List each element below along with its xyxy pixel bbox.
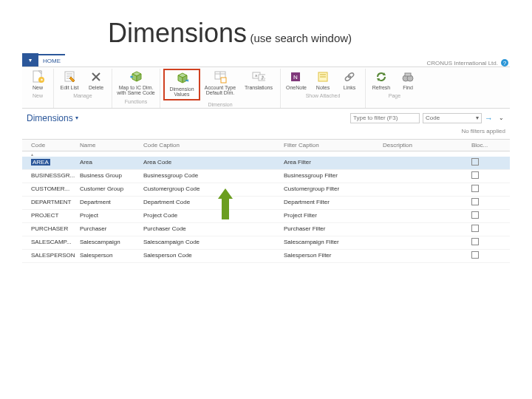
col-filter-caption[interactable]: Filter Caption — [284, 142, 383, 149]
cube-values-icon — [175, 72, 188, 85]
cell-code[interactable]: PURCHASER — [22, 225, 80, 232]
cell-name: Area — [80, 159, 143, 166]
svg-text:✶: ✶ — [40, 78, 44, 82]
find-button[interactable]: Find — [395, 69, 420, 92]
delete-button[interactable]: Delete — [83, 69, 109, 92]
cell-blocked[interactable] — [471, 251, 497, 260]
group-functions: Map to IC Dim. with Same Code Functions — [112, 69, 160, 108]
table-body: AREAAreaArea CodeArea FilterBUSINESSGR..… — [22, 157, 510, 263]
ribbon-tabs: ▾ HOME CRONUS International Ltd. ? — [22, 53, 510, 66]
cell-blocked[interactable] — [471, 211, 497, 220]
new-button[interactable]: ✶ New — [25, 69, 50, 92]
cell-name: Department — [80, 199, 143, 205]
col-code[interactable]: Code — [22, 142, 80, 149]
cell-code[interactable]: BUSINESSGR... — [22, 172, 80, 179]
cell-blocked[interactable] — [471, 185, 497, 194]
account-type-default-dim-button[interactable]: Account Type Default Dim. — [202, 69, 239, 100]
tab-home[interactable]: HOME — [38, 54, 65, 66]
cell-code-caption: Salescampaign Code — [143, 239, 284, 245]
cell-filter-caption: Salesperson Filter — [284, 252, 383, 259]
svg-marker-14 — [130, 75, 132, 78]
dimension-values-button[interactable]: Dimension Values — [163, 69, 200, 100]
checkbox-icon[interactable] — [471, 225, 479, 232]
cell-blocked[interactable] — [471, 225, 497, 233]
slide-title: Dimensions (use search window) — [0, 0, 532, 53]
table-row[interactable]: BUSINESSGR...Business GroupBusinessgroup… — [22, 170, 510, 183]
cell-code[interactable]: SALESCAMP... — [22, 239, 80, 245]
cell-code-caption: Businessgroup Code — [143, 172, 284, 179]
refresh-icon — [375, 70, 388, 83]
map-ic-dim-button[interactable]: Map to IC Dim. with Same Code — [115, 69, 157, 98]
edit-list-icon — [63, 70, 76, 83]
app-menu-button[interactable]: ▾ — [22, 53, 38, 66]
checkbox-icon[interactable] — [471, 238, 479, 245]
ribbon: ✶ New New Edit List De — [22, 66, 510, 109]
table-row[interactable]: DEPARTMENTDepartmentDepartment CodeDepar… — [22, 197, 510, 210]
checkbox-icon[interactable] — [471, 185, 479, 192]
page-title: Dimensions — [25, 113, 73, 123]
table-row[interactable]: SALESCAMP...SalescampaignSalescampaign C… — [22, 236, 510, 250]
cell-name: Salesperson — [80, 252, 143, 259]
cell-code[interactable]: CUSTOMER... — [22, 185, 80, 192]
col-blocked[interactable]: Bloc... — [471, 142, 497, 149]
chevron-down-icon: ▾ — [29, 57, 32, 64]
table-row[interactable]: PROJECTProjectProject CodeProject Filter — [22, 210, 510, 223]
edit-list-button[interactable]: Edit List — [57, 69, 82, 92]
group-label-show-attached: Show Attached — [306, 92, 341, 99]
cell-name: Salescampaign — [80, 239, 143, 245]
table-row[interactable]: SALESPERSONSalespersonSalesperson CodeSa… — [22, 250, 510, 263]
sort-indicator-icon: ▴ — [22, 151, 510, 157]
filter-input[interactable] — [350, 113, 420, 123]
cell-code[interactable]: DEPARTMENT — [22, 199, 80, 205]
group-label-functions: Functions — [125, 98, 147, 105]
cell-blocked[interactable] — [471, 198, 497, 207]
cell-code-caption: Area Code — [143, 159, 284, 166]
refresh-button[interactable]: Refresh — [369, 69, 394, 92]
filter-field-select[interactable]: Code ▾ — [423, 113, 482, 123]
cell-code-caption: Project Code — [143, 212, 284, 219]
table-row[interactable]: CUSTOMER...Customer GroupCustomergroup C… — [22, 183, 510, 197]
table-row[interactable]: AREAAreaArea CodeArea Filter — [22, 157, 510, 170]
filter-status: No filters applied — [22, 125, 510, 139]
col-description[interactable]: Description — [383, 142, 471, 149]
cell-name: Purchaser — [80, 225, 143, 232]
cell-filter-caption: Project Filter — [284, 212, 383, 219]
cell-code[interactable]: AREA — [22, 159, 80, 166]
expand-filter-icon[interactable]: ⌄ — [496, 115, 507, 121]
title-main: Dimensions — [108, 18, 247, 48]
cell-code-caption: Purchaser Code — [143, 225, 284, 232]
group-label-dimension: Dimension — [208, 100, 232, 108]
svg-rect-38 — [405, 73, 411, 76]
checkbox-icon[interactable] — [471, 171, 479, 179]
checkbox-icon[interactable] — [471, 251, 479, 259]
svg-point-33 — [347, 72, 354, 79]
cell-code[interactable]: PROJECT — [22, 212, 80, 219]
col-code-caption[interactable]: Code Caption — [143, 142, 284, 149]
cell-blocked[interactable] — [471, 238, 497, 247]
onenote-button[interactable]: N OneNote — [284, 69, 309, 92]
apply-filter-button[interactable]: → — [485, 114, 493, 123]
cell-code-caption: Department Code — [143, 199, 284, 205]
translations-icon: aあ — [252, 70, 265, 83]
col-name[interactable]: Name — [80, 142, 143, 149]
cell-filter-caption: Area Filter — [284, 159, 383, 166]
checkbox-icon[interactable] — [471, 158, 479, 166]
group-dimension: Dimension Values Account Type Default Di… — [160, 69, 281, 108]
svg-rect-22 — [221, 78, 226, 83]
onenote-icon: N — [290, 70, 303, 83]
checkbox-icon[interactable] — [471, 211, 479, 219]
cell-blocked[interactable] — [471, 158, 497, 167]
table-row[interactable]: PURCHASERPurchaserPurchaser CodePurchase… — [22, 223, 510, 236]
help-icon[interactable]: ? — [501, 59, 508, 66]
group-page: Refresh Find Page — [366, 69, 423, 108]
svg-marker-18 — [188, 79, 188, 82]
cell-code-caption: Customergroup Code — [143, 185, 284, 192]
cell-blocked[interactable] — [471, 171, 497, 180]
translations-button[interactable]: aあ Translations — [240, 69, 277, 100]
chevron-down-icon[interactable]: ▾ — [73, 115, 78, 121]
notes-button[interactable]: Notes — [310, 69, 335, 92]
cell-code-caption: Salesperson Code — [143, 252, 284, 259]
links-button[interactable]: Links — [337, 69, 362, 92]
cell-code[interactable]: SALESPERSON — [22, 252, 80, 259]
checkbox-icon[interactable] — [471, 198, 479, 205]
